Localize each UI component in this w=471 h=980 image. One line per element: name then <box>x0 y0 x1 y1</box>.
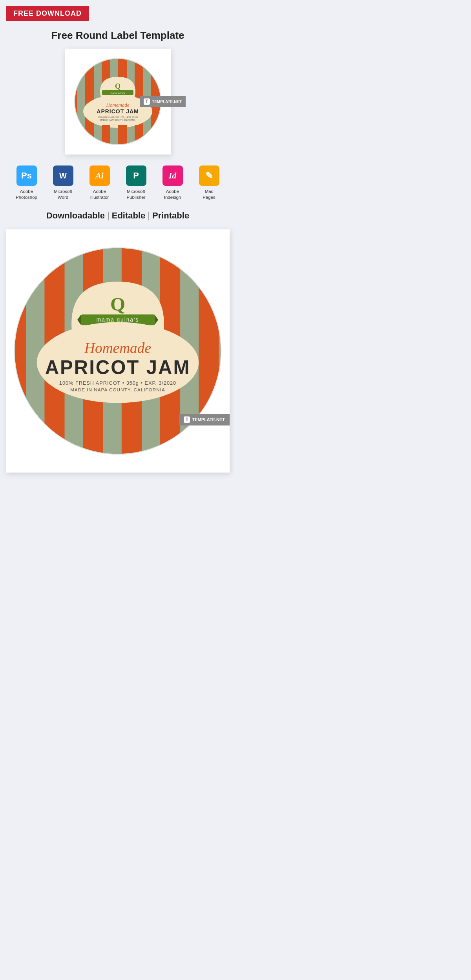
svg-text:MADE IN NAPA COUNTY, CALIFORNI: MADE IN NAPA COUNTY, CALIFORNIA <box>70 387 165 392</box>
watermark-large: T TEMPLATE.NET <box>179 414 230 425</box>
photoshop-label: AdobePhotoshop <box>16 189 37 200</box>
software-publisher: P MicrosoftPublisher <box>121 165 151 200</box>
svg-text:mama quina's: mama quina's <box>110 92 125 94</box>
word-icon: W <box>53 165 73 186</box>
software-word: W MicrosoftWord <box>48 165 78 200</box>
svg-text:Homemade: Homemade <box>106 102 129 108</box>
svg-rect-22 <box>151 125 160 147</box>
svg-text:Q: Q <box>115 82 120 90</box>
watermark-large-text: TEMPLATE.NET <box>192 417 225 422</box>
svg-rect-26 <box>10 243 26 459</box>
large-preview-card: Q mama quina's Homemade APRICOT JAM 100%… <box>6 229 230 473</box>
illustrator-icon: Ai <box>89 165 110 186</box>
photoshop-icon: Ps <box>16 165 37 186</box>
page-title: Free Round Label Template <box>51 29 184 42</box>
software-illustrator: Ai AdobeIllustrator <box>85 165 114 200</box>
word-label: MicrosoftWord <box>54 189 72 200</box>
free-download-badge: FREE DOWNLOAD <box>6 6 89 21</box>
svg-text:Q: Q <box>110 293 125 315</box>
illustrator-label: AdobeIllustrator <box>90 189 109 200</box>
printable-label: Printable <box>152 211 189 220</box>
pages-label: MacPages <box>203 189 215 200</box>
pages-icon: ✎ <box>199 165 219 186</box>
watermark-text: TEMPLATE.NET <box>152 100 182 104</box>
svg-rect-17 <box>73 125 77 147</box>
svg-rect-20 <box>118 125 127 147</box>
svg-text:100% FRESH APRICOT • 350g • EX: 100% FRESH APRICOT • 350g • EXP. 3/2020 <box>59 380 176 386</box>
svg-text:100% FRESH APRICOT • 350g • EX: 100% FRESH APRICOT • 350g • EXP. 3/2020 <box>98 116 138 118</box>
publisher-icon: P <box>126 165 146 186</box>
watermark-large-t-icon: T <box>184 416 190 423</box>
features-text: Downloadable|Editable|Printable <box>46 211 189 221</box>
editable-label: Editable <box>112 211 146 220</box>
indesign-icon: Id <box>162 165 183 186</box>
indesign-label: AdobeIndesign <box>164 189 181 200</box>
svg-text:APRICOT JAM: APRICOT JAM <box>97 108 139 115</box>
svg-rect-21 <box>135 125 143 147</box>
publisher-label: MicrosoftPublisher <box>127 189 146 200</box>
svg-rect-31 <box>199 243 219 459</box>
svg-rect-18 <box>85 125 94 147</box>
watermark-small: T TEMPLATE.NET <box>140 96 186 107</box>
small-preview-card: Q mama quina's Homemade APRICOT JAM 100%… <box>65 49 171 155</box>
svg-text:MADE IN NAPA COUNTY, CALIFORNI: MADE IN NAPA COUNTY, CALIFORNIA <box>100 119 135 121</box>
software-photoshop: Ps AdobePhotoshop <box>12 165 41 200</box>
watermark-t-icon: T <box>144 98 150 105</box>
software-indesign: Id AdobeIndesign <box>158 165 187 200</box>
svg-text:APRICOT JAM: APRICOT JAM <box>45 357 191 378</box>
downloadable-label: Downloadable <box>46 211 105 220</box>
svg-text:mama quina's: mama quina's <box>97 317 139 323</box>
svg-text:Homemade: Homemade <box>84 340 151 356</box>
software-compatibility-row: Ps AdobePhotoshop W MicrosoftWord Ai Ado… <box>12 165 224 200</box>
sep1: | <box>107 211 110 220</box>
software-pages: ✎ MacPages <box>194 165 224 200</box>
label-preview-large: Q mama quina's Homemade APRICOT JAM 100%… <box>10 237 226 465</box>
sep2: | <box>148 211 150 220</box>
